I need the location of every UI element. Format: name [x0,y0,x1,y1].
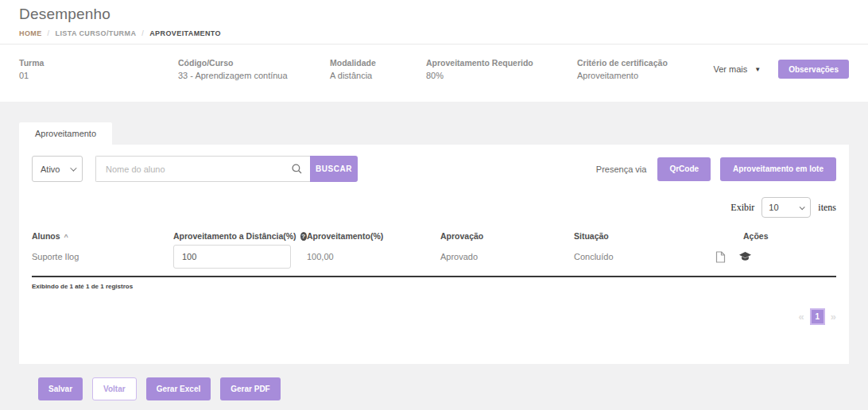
page-title: Desempenho [19,6,849,23]
student-search-field [95,156,310,182]
breadcrumb-current: APROVEITAMENTO [149,29,221,37]
breadcrumb: HOME / LISTA CURSO/TURMA / APROVEITAMENT… [19,29,849,37]
filter-row: Ativo BUSCAR Presença via QrCode Aprovei… [32,156,836,182]
course-info-bar: Turma 01 Código/Curso 33 - Aprendizagem … [0,44,868,102]
pagination: « 1 » [32,308,836,325]
info-field-criterio-certificacao: Critério de certificação Aproveitamento [577,58,676,80]
cell-acoes [707,251,836,263]
info-label: Critério de certificação [577,58,668,68]
page-size-value: 10 [769,203,778,212]
info-value: 01 [19,71,170,80]
graduation-cap-icon[interactable] [739,252,751,261]
breadcrumb-separator: / [141,29,144,37]
aproveitamento-em-lote-button[interactable]: Aproveitamento em lote [720,157,836,181]
cell-aproveitamento: 100,00 [307,252,440,261]
salvar-button[interactable]: Salvar [38,377,83,400]
status-select[interactable]: Ativo [32,156,83,182]
search-icon[interactable] [292,164,302,174]
voltar-button[interactable]: Voltar [92,377,137,400]
page-size-select[interactable]: 10 [761,197,811,218]
footer-actions: Salvar Voltar Gerar Excel Gerar PDF [38,377,830,400]
ver-mais-label: Ver mais [713,64,747,74]
column-header-alunos[interactable]: Alunos^ [32,231,173,241]
cell-situacao: Concluído [574,252,707,261]
sort-asc-icon[interactable]: ^ [64,233,68,241]
info-field-aproveitamento-requerido: Aproveitamento Requerido 80% [426,58,577,80]
document-icon[interactable] [715,251,726,263]
column-header-aproveitamento-distancia: Aproveitamento a Distância(%) ? [173,231,307,241]
aproveitamento-card: Ativo BUSCAR Presença via QrCode Aprovei… [19,145,849,364]
gerar-excel-button[interactable]: Gerar Excel [146,377,211,400]
column-header-acoes: Ações [707,231,836,241]
table-header-row: Alunos^ Aproveitamento a Distância(%) ? … [32,231,836,241]
chevron-down-icon [800,204,805,210]
itens-label: itens [818,202,836,214]
cell-aluno: Suporte Ilog [32,252,173,261]
pagination-page-1[interactable]: 1 [810,308,825,325]
info-label: Turma [19,58,170,68]
breadcrumb-lista-curso-turma-link[interactable]: LISTA CURSO/TURMA [56,29,137,37]
help-icon[interactable]: ? [300,232,307,241]
page-size-control: Exibir 10 itens [32,197,836,218]
cell-aprovacao: Aprovado [440,252,574,261]
students-table: Alunos^ Aproveitamento a Distância(%) ? … [32,231,836,277]
info-value: Aproveitamento [577,71,668,80]
observacoes-button[interactable]: Observações [778,60,849,79]
info-label: Modalidade [330,58,418,68]
search-input[interactable] [96,157,292,181]
ver-mais-dropdown[interactable]: Ver mais ▼ [713,64,761,74]
presenca-via-label: Presença via [596,164,647,174]
pagination-next-icon[interactable]: » [831,311,836,322]
breadcrumb-separator: / [48,29,50,37]
cell-aproveitamento-distancia [173,245,307,269]
info-value: A distância [330,71,418,80]
gerar-pdf-button[interactable]: Gerar PDF [220,377,280,400]
chevron-down-icon: ▼ [754,66,761,73]
table-row: Suporte Ilog 100,00 Aprovado Concluído [32,245,836,277]
qrcode-button[interactable]: QrCode [657,157,711,181]
column-header-aprovacao: Aprovação [440,231,574,241]
info-value: 80% [426,71,569,80]
presenca-actions: Presença via QrCode Aproveitamento em lo… [596,157,836,181]
chevron-down-icon [70,164,76,171]
info-field-modalidade: Modalidade A distância [330,58,426,80]
exibir-label: Exibir [730,202,754,214]
pagination-prev-icon[interactable]: « [799,311,804,322]
info-label: Código/Curso [178,58,322,68]
page-header: Desempenho HOME / LISTA CURSO/TURMA / AP… [0,0,868,44]
records-summary: Exibindo de 1 até 1 de 1 registros [32,283,836,290]
buscar-button[interactable]: BUSCAR [310,156,358,182]
main-content: Aproveitamento Ativo BUSCAR Presença via… [0,102,868,400]
column-header-situacao: Situação [574,231,707,241]
info-field-turma: Turma 01 [19,58,178,80]
status-select-value: Ativo [41,164,60,174]
column-header-aproveitamento: Aproveitamento(%) [307,231,440,241]
info-label: Aproveitamento Requerido [426,58,569,68]
tab-aproveitamento[interactable]: Aproveitamento [19,122,112,145]
info-field-codigo-curso: Código/Curso 33 - Aprendizagem contínua [178,58,330,80]
breadcrumb-home-link[interactable]: HOME [19,29,42,37]
info-value: 33 - Aprendizagem contínua [178,71,322,80]
aproveitamento-distancia-input[interactable] [173,245,291,269]
